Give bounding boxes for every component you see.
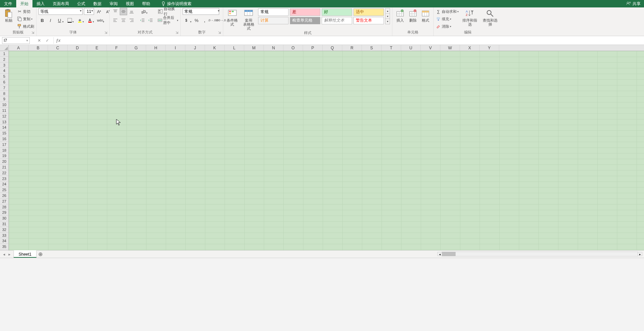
row-header[interactable]: 31 — [0, 221, 8, 227]
style-calculation[interactable]: 计算 — [258, 17, 289, 24]
formula-input[interactable] — [63, 37, 644, 44]
row-header[interactable]: 11 — [0, 108, 8, 113]
gallery-down-icon[interactable]: ▾ — [386, 14, 390, 19]
column-header[interactable]: S — [362, 45, 382, 51]
row-header[interactable]: 35 — [0, 244, 8, 250]
spreadsheet-grid[interactable]: ABCDEFGHIJKLMNOPQRSTUVWXY 12345678910111… — [0, 45, 644, 250]
decrease-indent-button[interactable] — [139, 17, 146, 24]
orientation-button[interactable]: ab — [139, 8, 148, 15]
alignment-launcher[interactable]: ⇲ — [176, 30, 178, 35]
row-header[interactable]: 9 — [0, 96, 8, 102]
sort-filter-button[interactable]: AZ 排序和筛选 — [461, 8, 479, 26]
cancel-formula-button[interactable]: ✕ — [35, 37, 43, 44]
bold-button[interactable]: B — [39, 17, 46, 24]
row-header[interactable]: 18 — [0, 148, 8, 153]
hscroll-right[interactable]: ▸ — [638, 252, 642, 256]
column-header[interactable]: N — [264, 45, 283, 51]
align-bottom-button[interactable] — [128, 8, 135, 15]
row-header[interactable]: 34 — [0, 238, 8, 244]
column-header[interactable]: H — [146, 45, 166, 51]
tab-review[interactable]: 审阅 — [106, 0, 122, 7]
horizontal-scrollbar[interactable]: ◂ ▸ — [442, 252, 638, 256]
row-header[interactable]: 3 — [0, 62, 8, 68]
row-header[interactable]: 30 — [0, 215, 8, 221]
column-header[interactable]: U — [401, 45, 421, 51]
new-sheet-button[interactable]: ⊕ — [37, 251, 44, 257]
cut-button[interactable]: ✂ 剪切 — [17, 8, 34, 15]
clipboard-launcher[interactable]: ⇲ — [31, 30, 34, 35]
row-header[interactable]: 33 — [0, 233, 8, 238]
column-header[interactable]: I — [166, 45, 185, 51]
row-header[interactable]: 19 — [0, 153, 8, 159]
find-select-button[interactable]: 查找和选择 — [481, 8, 499, 26]
gallery-up-icon[interactable]: ▴ — [386, 8, 390, 14]
column-header[interactable]: K — [205, 45, 225, 51]
tab-page-layout[interactable]: 页面布局 — [49, 0, 73, 7]
row-header[interactable]: 26 — [0, 193, 8, 199]
format-painter-button[interactable]: 格式刷 — [17, 23, 34, 30]
share-button[interactable]: 共享 — [626, 0, 641, 7]
italic-button[interactable]: I — [47, 17, 54, 24]
column-header[interactable]: L — [225, 45, 244, 51]
delete-cells-button[interactable]: × 删除 — [407, 8, 419, 22]
column-header[interactable]: V — [421, 45, 440, 51]
row-header[interactable]: 14 — [0, 125, 8, 130]
cell-area[interactable] — [9, 51, 644, 250]
select-all-corner[interactable] — [0, 45, 9, 51]
name-box[interactable]: I7 — [2, 37, 30, 44]
style-good[interactable]: 好 — [322, 8, 352, 16]
increase-decimal-button[interactable]: .0→.00 — [209, 17, 216, 24]
column-header[interactable]: J — [185, 45, 205, 51]
row-header[interactable]: 12 — [0, 113, 8, 119]
align-top-button[interactable] — [112, 8, 119, 15]
row-header[interactable]: 22 — [0, 170, 8, 176]
column-header[interactable]: R — [342, 45, 362, 51]
enter-formula-button[interactable]: ✓ — [43, 37, 51, 44]
column-header[interactable]: G — [127, 45, 146, 51]
row-header[interactable]: 16 — [0, 136, 8, 142]
tab-file[interactable]: 文件 — [0, 0, 16, 7]
align-right-button[interactable] — [128, 17, 135, 24]
tab-help[interactable]: 帮助 — [138, 0, 154, 7]
row-header[interactable]: 6 — [0, 79, 8, 85]
column-header[interactable]: W — [440, 45, 460, 51]
column-header[interactable]: E — [87, 45, 107, 51]
conditional-format-button[interactable]: 条件格式 — [225, 8, 239, 26]
row-header[interactable]: 20 — [0, 159, 8, 164]
style-bad[interactable]: 差 — [290, 8, 320, 16]
style-check-cell[interactable]: 检查单元格 — [290, 17, 320, 24]
tab-home[interactable]: 开始 — [16, 0, 32, 7]
column-header[interactable]: Q — [323, 45, 342, 51]
column-header[interactable]: F — [107, 45, 127, 51]
font-name-select[interactable] — [39, 8, 83, 15]
copy-button[interactable]: 复制 ▾ — [17, 16, 34, 22]
fill-button[interactable]: 填充 ▾ — [436, 16, 459, 22]
font-color-button[interactable]: A — [85, 17, 95, 24]
wrap-text-button[interactable]: abc↵ 自动换行 — [158, 8, 178, 15]
format-cells-button[interactable]: 格式 — [420, 8, 431, 22]
merge-center-button[interactable]: 合并后居中 ▾ — [158, 17, 178, 24]
align-middle-button[interactable] — [120, 8, 127, 15]
style-gallery-scroll[interactable]: ▴ ▾ ▾ — [385, 8, 390, 24]
column-header[interactable]: Y — [480, 45, 499, 51]
column-header[interactable]: C — [48, 45, 68, 51]
row-header[interactable]: 24 — [0, 181, 8, 187]
sheet-nav-prev[interactable]: ◂ — [1, 252, 7, 257]
tab-insert[interactable]: 插入 — [32, 0, 49, 7]
fill-color-button[interactable] — [75, 17, 85, 24]
border-button[interactable] — [65, 17, 74, 24]
insert-cells-button[interactable]: + 插入 — [394, 8, 406, 22]
row-header[interactable]: 29 — [0, 210, 8, 215]
column-header[interactable]: X — [460, 45, 480, 51]
increase-font-button[interactable]: A▴ — [95, 8, 103, 15]
accounting-format-button[interactable]: $ — [183, 17, 192, 24]
row-header[interactable]: 4 — [0, 68, 8, 74]
row-header[interactable]: 8 — [0, 91, 8, 97]
row-header[interactable]: 7 — [0, 85, 8, 91]
column-header[interactable]: O — [283, 45, 303, 51]
tab-formulas[interactable]: 公式 — [73, 0, 89, 7]
format-as-table-button[interactable]: 套用 表格格式 — [242, 8, 256, 30]
style-normal[interactable]: 常规 — [258, 8, 289, 16]
tab-data[interactable]: 数据 — [89, 0, 106, 7]
style-explanatory[interactable]: 解释性文本 — [322, 17, 352, 24]
